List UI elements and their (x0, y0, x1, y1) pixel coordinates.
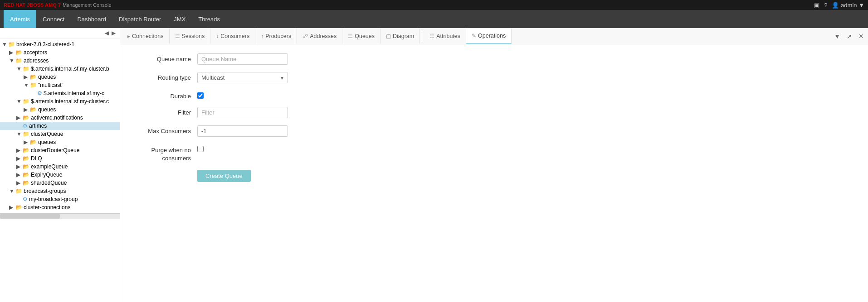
folder-icon: 📂 (23, 163, 29, 170)
list-item[interactable]: ▶ 📂 ExpiryQueue (0, 171, 120, 179)
routing-type-label: Routing type (134, 72, 197, 81)
folder-icon: 📂 (23, 147, 29, 153)
desktop-icon[interactable]: ▣ (814, 2, 819, 9)
durable-checkbox[interactable] (197, 92, 204, 99)
tree: ▼ 📁 broker-7.0.3-clustered-1 ▶ 📂 accepto… (0, 38, 120, 213)
folder-icon: 📂 (30, 74, 37, 80)
routing-type-group: Routing type Multicast Anycast ▼ (134, 72, 854, 83)
folder-open-icon: 📁 (23, 131, 29, 137)
tree-toggle: ▼ (2, 41, 8, 48)
question-icon[interactable]: ? (824, 2, 827, 9)
list-item[interactable]: ▼ 📁 clusterQueue (0, 130, 120, 138)
max-consumers-group: Max Consumers (134, 125, 854, 137)
tree-toggle: ▶ (24, 106, 30, 113)
tree-toggle: ▼ (9, 188, 15, 194)
list-item[interactable]: ▶ 📂 exampleQueue (0, 163, 120, 171)
tree-toggle: ▶ (16, 155, 23, 162)
list-item[interactable]: ▶ 📂 queues (0, 138, 120, 146)
queue-name-label: Queue name (134, 53, 197, 62)
list-item[interactable]: ▶ 📂 cluster-connections (0, 203, 120, 211)
tab-diagram[interactable]: ▢ Diagram (380, 28, 420, 44)
nav-connect[interactable]: Connect (36, 10, 71, 28)
tree-toggle: ▼ (16, 131, 23, 137)
list-item[interactable]: ▶ 📂 queues (0, 105, 120, 114)
gear-icon: ⚙ (37, 90, 42, 96)
tree-toggle: ▶ (24, 139, 30, 145)
max-consumers-input[interactable] (197, 125, 288, 137)
list-item[interactable]: ▶ 📂 acceptors (0, 48, 120, 57)
tree-toggle: ▶ (24, 74, 30, 80)
nav-artemis[interactable]: Artemis (4, 10, 36, 28)
gear-icon: ⚙ (23, 123, 28, 129)
list-item[interactable]: ▼ 📁 broker-7.0.3-clustered-1 (0, 40, 120, 48)
tab-sessions[interactable]: ☰ Sessions (170, 28, 211, 44)
list-item[interactable]: ▶ 📂 activemq.notifications (0, 114, 120, 122)
download-icon: ↓ (216, 33, 219, 39)
tab-attributes[interactable]: ☷ Attributes (424, 28, 466, 44)
purge-checkbox[interactable] (197, 146, 204, 152)
purge-group: Purge when no consumers (134, 144, 854, 163)
queue-name-input[interactable] (197, 53, 288, 65)
list-icon: ☰ (348, 33, 353, 39)
folder-icon: 📂 (23, 180, 29, 186)
tab-external-link-btn[interactable]: ➚ (844, 32, 854, 41)
mgmt-label: Management Console (63, 2, 112, 8)
list-item[interactable]: ▶ 📂 DLQ (0, 154, 120, 163)
upload-icon: ↑ (261, 33, 263, 39)
diagram-icon: ▢ (386, 33, 391, 39)
ops-icon: ✎ (472, 33, 476, 39)
sidebar-collapse-btn[interactable]: ◀ (103, 29, 110, 37)
list-item[interactable]: ▼ 📁 $.artemis.internal.sf.my-cluster.b (0, 65, 120, 73)
filter-label: Filter (134, 107, 197, 116)
filter-input[interactable] (197, 107, 288, 118)
nav-jmx[interactable]: JMX (167, 10, 192, 28)
list-item[interactable]: ▼ 📁 $.artemis.internal.sf.my-cluster.c (0, 97, 120, 105)
list-item[interactable]: ▼ 📁 addresses (0, 57, 120, 65)
tree-toggle: ▼ (16, 98, 23, 105)
nav-threads[interactable]: Threads (192, 10, 226, 28)
tab-producers[interactable]: ↑ Producers (255, 28, 297, 44)
tab-actions: ▼ ➚ ✕ (832, 32, 866, 41)
tab-separator (422, 32, 422, 41)
list-item[interactable]: ⚙ my-broadcast-group (0, 195, 120, 203)
tab-chevron-down-btn[interactable]: ▼ (832, 32, 843, 41)
list-item[interactable]: ▶ 📂 queues (0, 73, 120, 81)
tree-toggle: ▶ (9, 204, 15, 211)
list-item[interactable]: ▼ 📁 broadcast-groups (0, 187, 120, 195)
tab-consumers[interactable]: ↓ Consumers (210, 28, 255, 44)
folder-open-icon: 📁 (23, 66, 29, 72)
routing-type-select[interactable]: Multicast Anycast (197, 72, 288, 83)
tab-operations[interactable]: ✎ Operations (466, 28, 512, 44)
queue-name-group: Queue name (134, 53, 854, 65)
tab-queues[interactable]: ☰ Queues (342, 28, 380, 44)
max-consumers-label: Max Consumers (134, 125, 197, 134)
sidebar-expand-btn[interactable]: ▶ (110, 29, 117, 37)
tab-close-btn[interactable]: ✕ (856, 32, 866, 41)
create-queue-button[interactable]: Create Queue (197, 170, 251, 182)
tab-addresses[interactable]: ☍ Addresses (297, 28, 342, 44)
sidebar: ◀ ▶ ▼ 📁 broker-7.0.3-clustered-1 ▶ 📂 acc… (0, 28, 120, 302)
nav-dispatch-router[interactable]: Dispatch Router (112, 10, 167, 28)
filter-group: Filter (134, 107, 854, 118)
sidebar-scrollbar[interactable] (0, 213, 120, 219)
folder-icon: 📂 (23, 172, 29, 178)
list-item[interactable]: ▼ 📁 "multicast" (0, 81, 120, 89)
list-item[interactable]: ▶ 📂 clusterRouterQueue (0, 146, 120, 154)
tree-toggle: ▼ (16, 66, 23, 72)
folder-icon: 📂 (23, 115, 29, 121)
user-icon[interactable]: 👤 admin ▼ (832, 2, 864, 9)
list-item[interactable]: ⚙ $.artemis.internal.sf.my-c (0, 89, 120, 97)
tab-connections[interactable]: ▸ Connections (122, 28, 170, 44)
tree-toggle: ▶ (16, 147, 23, 153)
purge-checkbox-wrapper (197, 144, 204, 152)
purge-label: Purge when no consumers (134, 144, 197, 163)
folder-open-icon: 📁 (15, 58, 22, 64)
list-item[interactable]: ▶ 📂 shardedQueue (0, 179, 120, 187)
folder-open-icon: 📁 (15, 188, 22, 194)
form-area: Queue name Routing type Multicast Anycas… (120, 44, 868, 302)
tree-toggle: ▼ (24, 82, 30, 88)
list-item[interactable]: ⚙ artimes (0, 122, 120, 130)
nav-dashboard[interactable]: Dashboard (71, 10, 112, 28)
folder-open-icon: 📁 (23, 98, 29, 105)
navbar: Artemis Connect Dashboard Dispatch Route… (0, 10, 868, 28)
